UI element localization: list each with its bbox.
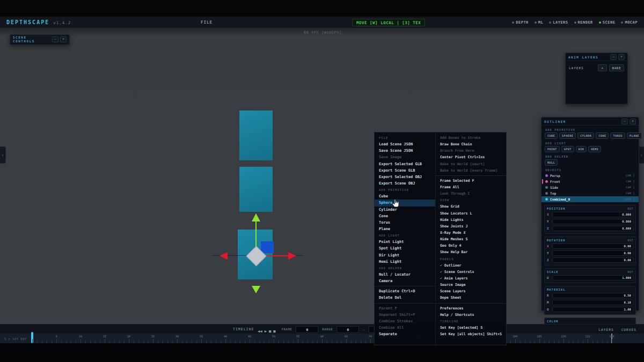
menu-item[interactable]: Cylinder bbox=[375, 206, 435, 213]
menu-item[interactable]: Combine All bbox=[375, 324, 435, 331]
menu-item[interactable]: Point Light bbox=[375, 239, 435, 245]
menu-item[interactable]: Show Joints J bbox=[436, 223, 506, 230]
add-light-chip[interactable]: POINT bbox=[545, 146, 560, 152]
file-menu[interactable]: FILE bbox=[201, 20, 213, 25]
gizmo-x-arrow-left-icon[interactable] bbox=[219, 252, 228, 260]
bake-button[interactable]: BAKE bbox=[609, 64, 624, 71]
mesh-box-top[interactable] bbox=[239, 110, 273, 160]
status-item-depth[interactable]: DEPTH bbox=[512, 20, 529, 25]
collapse-button[interactable]: – bbox=[621, 119, 628, 124]
menu-item[interactable]: ✓ Outliner bbox=[436, 262, 506, 269]
menu-item[interactable]: Plane bbox=[375, 226, 435, 232]
menu-item[interactable]: Show Locators L bbox=[436, 210, 506, 217]
status-item-ml[interactable]: ML bbox=[535, 20, 543, 25]
add-helper-chip[interactable]: NULL bbox=[545, 159, 558, 166]
menu-item[interactable]: Set Key [all objects] Shift+S bbox=[436, 331, 506, 337]
menu-item[interactable]: Null / Locator bbox=[375, 271, 435, 278]
menu-item[interactable]: Draw Bone Chain bbox=[436, 141, 506, 147]
status-item-mocap[interactable]: MOCAP bbox=[621, 20, 638, 25]
transport-button-icon[interactable]: ◀◀ bbox=[258, 329, 262, 334]
timeline-ruler[interactable]: S = SET KEY 5101520253035404550556065707… bbox=[0, 334, 644, 343]
menu-item[interactable]: Unparent Shift+P bbox=[375, 312, 435, 318]
menu-item[interactable]: Save Scene JSON bbox=[375, 147, 435, 154]
menu-item[interactable]: Export Scene GLB bbox=[375, 167, 435, 174]
add-primitive-chip[interactable]: CYLNDR bbox=[577, 132, 594, 139]
add-layer-button[interactable]: + bbox=[598, 64, 606, 71]
menu-item[interactable]: Cone bbox=[375, 213, 435, 219]
left-panel-collapse-handle[interactable]: ‹ bbox=[0, 146, 6, 164]
menu-item[interactable]: Dir Light bbox=[375, 252, 435, 258]
status-item-scene[interactable]: SCENE bbox=[599, 20, 616, 25]
status-item-layers[interactable]: LAYERS bbox=[549, 20, 568, 25]
add-primitive-chip[interactable]: CONE bbox=[596, 132, 609, 139]
menu-item[interactable]: Hide Meshes S bbox=[436, 236, 506, 242]
value-slider[interactable]: 0.000 bbox=[552, 219, 633, 224]
menu-item[interactable]: Dope Sheet bbox=[436, 294, 506, 301]
add-light-chip[interactable]: HEMI bbox=[588, 146, 601, 152]
value-slider[interactable]: 0.00 bbox=[552, 250, 633, 256]
transport-button-icon[interactable]: ▶ bbox=[265, 329, 267, 334]
menu-item[interactable]: Separate bbox=[375, 331, 435, 337]
object-row[interactable]: SideCAM ] bbox=[541, 184, 639, 190]
value-slider[interactable]: 1.00 bbox=[552, 307, 633, 312]
timeline-tab-layers[interactable]: LAYERS bbox=[598, 328, 613, 331]
value-slider[interactable]: 0.00 bbox=[552, 243, 633, 249]
collapse-button[interactable]: – bbox=[610, 54, 617, 60]
status-item-render[interactable]: RENDER bbox=[574, 20, 593, 25]
expand-button[interactable]: + bbox=[60, 36, 67, 42]
object-row[interactable]: FrontCAM ] bbox=[541, 179, 639, 184]
menu-item[interactable]: Bake to World [every frame] bbox=[436, 167, 506, 174]
object-row[interactable]: PerspCAM ] bbox=[541, 173, 639, 179]
menu-item[interactable]: Save Image bbox=[375, 154, 435, 160]
menu-item[interactable]: Torus bbox=[375, 219, 435, 226]
menu-item[interactable]: Frame Selected F bbox=[436, 178, 506, 184]
expand-button[interactable]: + bbox=[618, 54, 625, 60]
menu-item[interactable]: Export Scene OBJ bbox=[375, 180, 435, 187]
menu-item[interactable]: Duplicate Ctrl+D bbox=[375, 288, 435, 294]
outliner-header[interactable]: OUTLINER – + bbox=[541, 117, 639, 125]
gizmo-plane-handle[interactable] bbox=[261, 241, 274, 253]
menu-item[interactable]: Center Pivot Ctrl+Ins bbox=[436, 154, 506, 160]
menu-item[interactable]: ✓ Anim Layers bbox=[436, 275, 506, 282]
gizmo-down-arrow-icon[interactable] bbox=[252, 286, 260, 293]
mesh-box-middle[interactable] bbox=[239, 167, 273, 212]
menu-item[interactable]: Parent P bbox=[375, 305, 435, 312]
value-slider[interactable]: 0.000 bbox=[552, 212, 633, 217]
menu-item[interactable]: Bake to World [smart] bbox=[436, 161, 506, 167]
object-row[interactable]: TopCAM ] bbox=[541, 190, 639, 196]
scene-controls-header[interactable]: SCENE CONTROLS – + bbox=[10, 35, 69, 43]
expand-button[interactable]: + bbox=[630, 119, 636, 124]
value-slider[interactable]: 1.000 bbox=[552, 275, 633, 280]
transport-button-icon[interactable]: ■ bbox=[273, 329, 275, 334]
gizmo-y-arrow-icon[interactable] bbox=[252, 213, 260, 221]
menu-item[interactable]: Help / Shortcuts bbox=[436, 312, 506, 318]
transport-button-icon[interactable]: ■ bbox=[269, 329, 271, 334]
menu-item[interactable]: Hide Lights bbox=[436, 217, 506, 223]
value-slider[interactable]: 0.000 bbox=[552, 226, 633, 231]
reset-button[interactable]: RST bbox=[627, 207, 633, 210]
menu-item[interactable]: Camera bbox=[375, 278, 435, 284]
add-light-chip[interactable]: DIR bbox=[576, 146, 587, 152]
value-slider[interactable]: 0.10 bbox=[552, 300, 633, 305]
value-slider[interactable]: 0.00 bbox=[552, 257, 633, 263]
menu-item[interactable]: ✓ Scene Controls bbox=[436, 269, 506, 275]
frame-input[interactable]: 0 bbox=[296, 326, 318, 333]
add-primitive-chip[interactable]: TORUS bbox=[610, 132, 625, 139]
add-primitive-chip[interactable]: CUBE bbox=[545, 132, 558, 139]
gizmo-x-arrow-right-icon[interactable] bbox=[288, 252, 296, 260]
range-start-input[interactable]: 0 bbox=[336, 326, 359, 333]
menu-item[interactable]: Scene Layers bbox=[436, 288, 506, 294]
add-primitive-chip[interactable]: PLANE bbox=[627, 132, 642, 139]
menu-item[interactable]: Look Through C bbox=[436, 190, 506, 197]
menu-item[interactable]: Export Selected OBJ bbox=[375, 174, 435, 180]
ruler-track[interactable]: 5101520253035404550556065707580859095100… bbox=[32, 334, 612, 343]
menu-item[interactable]: Sphere bbox=[375, 200, 435, 206]
add-primitive-chip[interactable]: SPHERE bbox=[559, 132, 576, 139]
menu-item[interactable]: Combine Strokes bbox=[375, 318, 435, 324]
menu-item[interactable]: Show Help Bar bbox=[436, 249, 506, 255]
menu-item[interactable]: Hemi Light bbox=[375, 258, 435, 265]
menu-item[interactable]: Cube bbox=[375, 193, 435, 200]
add-light-chip[interactable]: SPOT bbox=[561, 146, 574, 152]
menu-item[interactable]: Geo Only 4 bbox=[436, 242, 506, 249]
menu-item[interactable]: Branch From Here bbox=[436, 147, 506, 154]
